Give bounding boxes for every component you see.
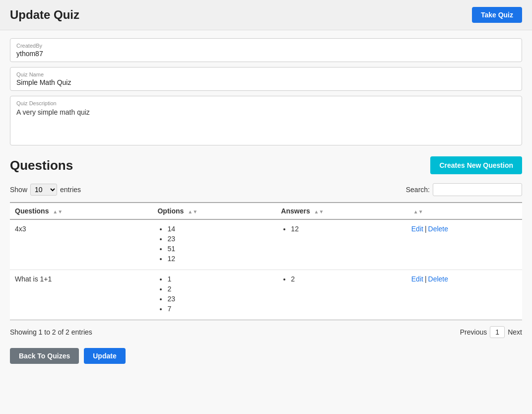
- current-page: 1: [490, 326, 505, 338]
- options-cell: 12237: [152, 270, 276, 320]
- footer-text: Showing 1 to 2 of 2 entries: [10, 328, 92, 336]
- option-item: 2: [167, 285, 271, 293]
- option-item: 23: [167, 235, 271, 243]
- option-item: 7: [167, 305, 271, 313]
- answers-cell: 12: [276, 219, 406, 270]
- table-header-row: Questions ▲▼ Options ▲▼ Answers ▲▼ ▲▼: [10, 203, 522, 219]
- option-item: 14: [167, 225, 271, 233]
- entries-label: entries: [60, 186, 81, 194]
- answer-item: 2: [291, 275, 401, 283]
- create-question-button[interactable]: Creates New Question: [430, 156, 522, 174]
- page-title: Update Quiz: [10, 8, 79, 22]
- update-button[interactable]: Update: [84, 348, 125, 364]
- actions-cell: Edit|Delete: [406, 219, 522, 270]
- quiz-description-value: A very simple math quiz: [16, 108, 516, 116]
- edit-link[interactable]: Edit: [411, 225, 423, 233]
- question-cell: 4x3: [10, 219, 152, 270]
- page-header: Update Quiz Take Quiz: [0, 0, 532, 30]
- col-questions: Questions ▲▼: [10, 203, 152, 219]
- action-separator: |: [425, 225, 427, 233]
- quiz-name-field: Quiz Name Simple Math Quiz: [10, 67, 522, 91]
- delete-link[interactable]: Delete: [428, 275, 448, 283]
- table-row: What is 1+1122372Edit|Delete: [10, 270, 522, 320]
- sort-options-icon[interactable]: ▲▼: [188, 209, 198, 214]
- col-actions: ▲▼: [406, 203, 522, 219]
- col-answers: Answers ▲▼: [276, 203, 406, 219]
- delete-link[interactable]: Delete: [428, 225, 448, 233]
- option-item: 1: [167, 275, 271, 283]
- show-entries-control: Show 10 25 50 100 entries: [10, 184, 81, 196]
- edit-link[interactable]: Edit: [411, 275, 423, 283]
- quiz-description-label: Quiz Description: [16, 100, 516, 106]
- quiz-description-field: Quiz Description A very simple math quiz: [10, 96, 522, 145]
- next-button[interactable]: Next: [508, 328, 522, 336]
- col-options-label: Options: [157, 207, 184, 215]
- action-separator: |: [425, 275, 427, 283]
- questions-section: Questions Creates New Question Show 10 2…: [10, 153, 522, 338]
- actions-cell: Edit|Delete: [406, 270, 522, 320]
- table-row: 4x31423511212Edit|Delete: [10, 219, 522, 270]
- sort-answers-icon[interactable]: ▲▼: [314, 209, 324, 214]
- option-item: 51: [167, 245, 271, 253]
- take-quiz-button[interactable]: Take Quiz: [472, 7, 522, 23]
- col-questions-label: Questions: [15, 207, 49, 215]
- back-to-quizes-button[interactable]: Back To Quizes: [10, 348, 79, 364]
- created-by-label: CreatedBy: [16, 43, 516, 49]
- main-content: CreatedBy ythom87 Quiz Name Simple Math …: [0, 30, 532, 372]
- options-cell: 14235112: [152, 219, 276, 270]
- answers-cell: 2: [276, 270, 406, 320]
- bottom-actions: Back To Quizes Update: [10, 348, 522, 364]
- table-head: Questions ▲▼ Options ▲▼ Answers ▲▼ ▲▼: [10, 203, 522, 219]
- quiz-name-value: Simple Math Quiz: [16, 78, 516, 86]
- table-footer: Showing 1 to 2 of 2 entries Previous 1 N…: [10, 326, 522, 338]
- quiz-name-label: Quiz Name: [16, 71, 516, 77]
- answer-item: 12: [291, 225, 401, 233]
- questions-table: Questions ▲▼ Options ▲▼ Answers ▲▼ ▲▼: [10, 202, 522, 320]
- sort-questions-icon[interactable]: ▲▼: [53, 209, 63, 214]
- questions-section-title: Questions: [10, 158, 73, 173]
- option-item: 12: [167, 255, 271, 263]
- created-by-field: CreatedBy ythom87: [10, 38, 522, 62]
- table-body: 4x31423511212Edit|DeleteWhat is 1+112237…: [10, 219, 522, 320]
- col-answers-label: Answers: [281, 207, 310, 215]
- col-options: Options ▲▼: [152, 203, 276, 219]
- entries-select[interactable]: 10 25 50 100: [30, 184, 57, 196]
- previous-button[interactable]: Previous: [460, 328, 487, 336]
- created-by-value: ythom87: [16, 50, 516, 58]
- option-item: 23: [167, 295, 271, 303]
- questions-header: Questions Creates New Question: [10, 153, 522, 177]
- show-label: Show: [10, 186, 27, 194]
- search-area: Search:: [406, 183, 522, 196]
- sort-actions-icon[interactable]: ▲▼: [413, 209, 423, 214]
- search-label: Search:: [406, 186, 430, 194]
- table-controls: Show 10 25 50 100 entries Search:: [10, 183, 522, 196]
- pagination: Previous 1 Next: [460, 326, 522, 338]
- search-input[interactable]: [433, 183, 522, 196]
- question-cell: What is 1+1: [10, 270, 152, 320]
